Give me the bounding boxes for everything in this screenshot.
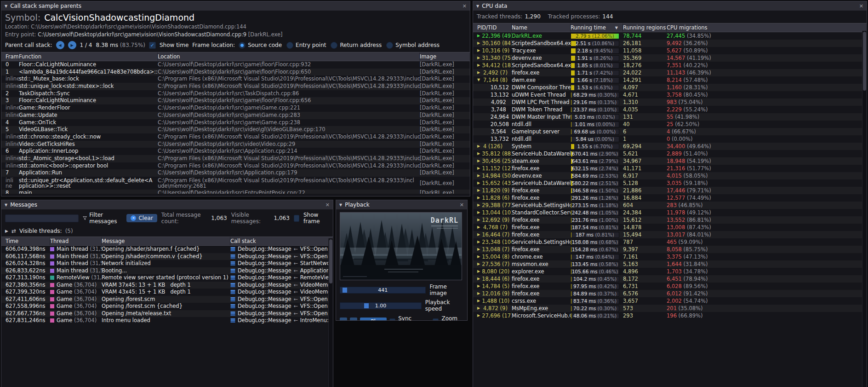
cpu-row[interactable]: ▶27,536 (7)msvsmon.exe133.45 ms (0.58%)5… bbox=[473, 260, 867, 268]
pid-cell[interactable]: ▶8,080 (20) bbox=[473, 268, 512, 275]
column-header-running-regions[interactable]: Running regions bbox=[623, 23, 667, 32]
expand-icon[interactable]: ▶ bbox=[477, 260, 480, 268]
callstack-row[interactable]: 3Floor::CalcLightNoLuminanceC:\Users\wol… bbox=[1, 97, 470, 104]
callstack-cell[interactable]: DebugLog::Message←VideoMemo bbox=[230, 289, 333, 296]
cpu-row[interactable]: ▶4 (126)System1.55 s (6.70%)69,29434,400… bbox=[473, 143, 867, 150]
callstack-cell[interactable]: DebugLog::Message←VFS::Open bbox=[230, 253, 333, 260]
pid-cell[interactable]: ▶1,488 (10) bbox=[473, 297, 512, 305]
tree-expand-icon[interactable]: ▶ bbox=[5, 229, 8, 233]
cpu-row[interactable]: ▶12,016 (9)firefox.exe84.89 ms (0.37%)6,… bbox=[473, 290, 867, 297]
pid-cell[interactable]: ▶11,152 (12) bbox=[473, 165, 512, 172]
callstack-cell[interactable]: DebugLog::Message←VFS::Open bbox=[230, 246, 333, 253]
radio-symbol-address[interactable]: Symbol address bbox=[386, 42, 440, 49]
callstack-row[interactable]: 7Application::RunC:\Users\wolf\Desktop\d… bbox=[1, 169, 470, 177]
callstack-row[interactable]: inlinestd::unique_lock<std::mutex>::lock… bbox=[1, 83, 470, 90]
pid-cell[interactable]: ▶14,984 (50) bbox=[473, 172, 512, 179]
callstack-row[interactable]: inlineGame::UpdateC:\Users\wolf\Desktop\… bbox=[1, 112, 470, 119]
cpu-row[interactable]: ▶8,080 (20)explorer.exe105.66 ms (0.46%)… bbox=[473, 268, 867, 275]
message-row[interactable]: 627,558,996nsGame (36,704)Opening /fores… bbox=[1, 303, 333, 310]
visible-threads-row[interactable]: ▶ ⇄ Visible threads: (5) bbox=[1, 226, 333, 237]
playback-titlebar[interactable]: ▼ Playback ✕ bbox=[336, 200, 467, 209]
pid-cell[interactable]: ▶14,784 (5) bbox=[473, 283, 512, 290]
cpu-row[interactable]: ▶11,820 (9)firefox.exe346.58 ms (1.50%)2… bbox=[473, 187, 867, 194]
pid-cell[interactable]: ▶16,464 (7) bbox=[473, 231, 512, 238]
cpu-scrollbar[interactable] bbox=[862, 31, 867, 387]
pid-cell[interactable]: ▶30,160 (84) bbox=[473, 40, 512, 47]
callstack-row[interactable]: 2TaskDispatch::SyncC:\Users\wolf\Desktop… bbox=[1, 90, 470, 98]
pid-cell[interactable]: ▶13,048 (7) bbox=[473, 246, 512, 253]
expand-icon[interactable]: ▶ bbox=[477, 290, 480, 297]
close-icon[interactable]: ✕ bbox=[859, 3, 863, 9]
pid-cell[interactable]: 13,732 bbox=[473, 135, 512, 143]
pid-cell[interactable]: ▶22,396 (49) bbox=[473, 32, 512, 40]
pid-cell[interactable]: ▶12,016 (9) bbox=[473, 290, 512, 297]
cpu-row[interactable]: ▶30,456 (25)steam.exe643.61 ms (2.79%)34… bbox=[473, 157, 867, 165]
expand-icon[interactable]: ▶ bbox=[477, 54, 480, 62]
radio-circle[interactable] bbox=[239, 42, 246, 49]
filter-input[interactable] bbox=[5, 214, 79, 222]
cpu-row[interactable]: ▶13,048 (7)firefox.exe154.28 ms (0.67%)9… bbox=[473, 246, 867, 253]
messages-titlebar[interactable]: ▼ Messages ✕ bbox=[1, 200, 333, 209]
pid-cell[interactable]: 13,132 bbox=[473, 91, 512, 98]
expand-icon[interactable]: ▶ bbox=[477, 40, 480, 47]
expand-icon[interactable]: ▶ bbox=[477, 246, 480, 253]
cpu-row[interactable]: ▶13,044 (10)StandardCollector.Servic242.… bbox=[473, 209, 867, 216]
callstack-cell[interactable]: DebugLog::Message←StartNetwo bbox=[230, 260, 333, 267]
pid-cell[interactable]: ▶15,004 (8) bbox=[473, 253, 512, 260]
pid-cell[interactable]: ▶34,412 (18) bbox=[473, 62, 512, 69]
expand-icon[interactable]: ▶ bbox=[477, 194, 480, 202]
cpu-row[interactable]: ▶11,828 (6)firefox.exe291.26 ms (1.26%)1… bbox=[473, 194, 867, 202]
expand-icon[interactable]: ▶ bbox=[477, 297, 480, 305]
close-icon[interactable]: ✕ bbox=[326, 202, 330, 208]
cpu-row[interactable]: ▶31,340 (75)devenv.exe1.91 s (8.26%)35,3… bbox=[473, 54, 867, 62]
callstack-cell[interactable]: DebugLog::Message←VideoMemo bbox=[230, 282, 333, 289]
cpu-row[interactable]: 10,512DWM Compositor Thread1.53 s (6.63%… bbox=[473, 84, 867, 91]
cpu-row[interactable]: 20,508ntdll.dll1.01 ms (0.00%)4025 (62.5… bbox=[473, 121, 867, 128]
column-header-cpu-migrations[interactable]: CPU migrations bbox=[667, 23, 867, 32]
callstack-cell[interactable]: DebugLog::Message←VFS::Open bbox=[230, 310, 333, 318]
callstack-row[interactable]: inlinestd::atomic<bool>::operator boolC:… bbox=[1, 162, 470, 170]
message-row[interactable]: 627,399,320nsGame (36,704)VRAM 43x45: 15… bbox=[1, 289, 333, 296]
message-row[interactable]: 606,049,398nsMain thread (31,596)Opening… bbox=[1, 246, 333, 253]
cpu-row[interactable]: 3,748DWM Token Thread23.37 ms (0.10%)4,0… bbox=[473, 106, 867, 113]
callstack-row[interactable]: inlineGame::RenderFloorC:\Users\wolf\Des… bbox=[1, 104, 470, 112]
callstack-row[interactable]: inlinestd::_Mutex_base::lockC:\Program F… bbox=[1, 75, 470, 83]
cpu-row[interactable]: ▶2,492 (7)firefox.exe1.71 s (7.42%)24,02… bbox=[473, 69, 867, 76]
cpu-row[interactable]: ▶12,692 (9)firefox.exe231.76 ms (1.00%)1… bbox=[473, 216, 867, 224]
expand-icon[interactable]: ▶ bbox=[477, 47, 480, 54]
collapse-icon[interactable]: ▼ bbox=[476, 4, 479, 8]
message-row[interactable]: 627,313,190nsRemoteView (31,392)Remote v… bbox=[1, 274, 333, 282]
pid-cell[interactable]: ▶4,768 (7) bbox=[473, 224, 512, 231]
frame-image-slider[interactable]: 441 bbox=[340, 287, 426, 294]
messages-scrollbar[interactable] bbox=[328, 238, 333, 387]
zoom-2x-checkbox[interactable] bbox=[433, 318, 439, 321]
pid-cell[interactable]: ▶4 (126) bbox=[473, 143, 512, 150]
pid-cell[interactable]: ▼7,144 (8) bbox=[473, 76, 512, 84]
expand-icon[interactable]: ▶ bbox=[477, 179, 480, 187]
prev-frame-button[interactable]: ◀ bbox=[340, 318, 347, 321]
cpu-row[interactable]: 13,732ntdll.dll5.84 us (0.00%)10 (0.00%) bbox=[473, 135, 867, 143]
cpu-row[interactable]: ▶27,696 (17)Microsoft.ServiceHub.Co48.06… bbox=[473, 312, 867, 319]
message-row[interactable]: 626,833,622nsMain thread (31,596)Booting… bbox=[1, 267, 333, 275]
expand-icon[interactable]: ▶ bbox=[477, 231, 480, 238]
cpu-row[interactable]: ▶14,984 (50)devenv.exe584.69 ms (2.53%)6… bbox=[473, 172, 867, 179]
message-row[interactable]: 627,411,606nsGame (36,704)Opening /fores… bbox=[1, 296, 333, 303]
radio-source-code[interactable]: Source code bbox=[239, 42, 282, 49]
play-button[interactable]: ▶ Play bbox=[360, 318, 387, 321]
expand-icon[interactable]: ▶ bbox=[477, 69, 481, 76]
callstack-cell[interactable]: DebugLog::Message←VFS::Open bbox=[230, 296, 333, 303]
cpu-row[interactable]: 13,132uDWM Event Thread68.29 ms (0.30%)4… bbox=[473, 91, 867, 98]
filter-messages-button[interactable]: Filter messages bbox=[83, 212, 122, 225]
cpu-row[interactable]: ▶14,784 (5)firefox.exe97.95 ms (0.42%)6,… bbox=[473, 283, 867, 290]
next-frame-button[interactable]: ▶ bbox=[350, 318, 357, 321]
pid-cell[interactable]: ▶18,444 (6) bbox=[473, 275, 512, 283]
playback-speed-slider[interactable]: 1.00 bbox=[340, 302, 422, 309]
callstack-row[interactable]: 5VideoGLBase::TickC:\Users\wolf\Desktop\… bbox=[1, 126, 470, 133]
cpu-row[interactable]: ▶11,152 (12)firefox.exe632.15 ms (2.74%)… bbox=[473, 165, 867, 172]
expand-icon[interactable]: ▶ bbox=[477, 202, 480, 209]
cpu-row[interactable]: 3,564GameInput server69.68 us (0.00%)64 … bbox=[473, 128, 867, 135]
message-row[interactable]: 627,831,246nsGame (36,704)Intro menu loa… bbox=[1, 317, 333, 324]
pid-cell[interactable]: ▶4,872 (9) bbox=[473, 305, 512, 312]
expand-icon[interactable]: ▶ bbox=[477, 305, 481, 312]
radio-circle[interactable] bbox=[286, 42, 293, 49]
